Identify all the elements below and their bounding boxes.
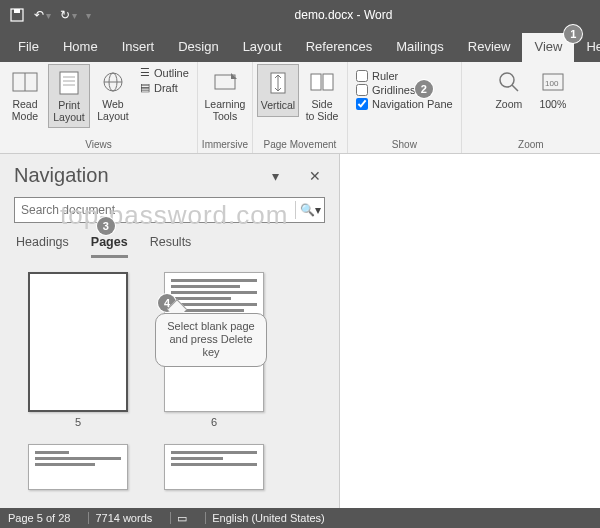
- svg-line-17: [512, 85, 518, 91]
- status-page[interactable]: Page 5 of 28: [8, 512, 70, 524]
- tab-design[interactable]: Design: [166, 33, 230, 62]
- show-group-label: Show: [392, 137, 417, 153]
- status-language[interactable]: English (United States): [205, 512, 325, 524]
- page-number-6: 6: [211, 416, 217, 428]
- hundred-percent-icon: 100: [539, 68, 567, 96]
- status-bar: Page 5 of 28 7714 words ▭ English (Unite…: [0, 508, 600, 528]
- status-words[interactable]: 7714 words: [88, 512, 152, 524]
- svg-rect-4: [60, 72, 78, 94]
- draft-button[interactable]: ▤Draft: [140, 81, 189, 94]
- nav-tab-results[interactable]: Results: [150, 235, 192, 258]
- hundred-percent-label: 100%: [539, 99, 566, 111]
- draft-icon: ▤: [140, 81, 150, 94]
- read-mode-icon: [11, 68, 39, 96]
- web-layout-icon: [99, 68, 127, 96]
- svg-marker-12: [231, 73, 237, 79]
- workspace: top-password.com Navigation ▾ ✕ 🔍▾ Headi…: [0, 154, 600, 508]
- hundred-percent-button[interactable]: 100 100%: [532, 64, 574, 115]
- callout-3: 3: [97, 217, 115, 235]
- quick-access-toolbar: ↶▾ ↻▾ ▾: [6, 4, 93, 26]
- title-bar: ↶▾ ↻▾ ▾ demo.docx - Word: [0, 0, 600, 30]
- navigation-pane: top-password.com Navigation ▾ ✕ 🔍▾ Headi…: [0, 154, 340, 508]
- search-box[interactable]: 🔍▾: [14, 197, 325, 223]
- thumbnail-page-5[interactable]: 5: [28, 272, 128, 428]
- nav-close-icon[interactable]: ✕: [305, 168, 325, 184]
- tab-references[interactable]: References: [294, 33, 384, 62]
- outline-icon: ☰: [140, 66, 150, 79]
- ribbon-group-show: Ruler Gridlines Navigation Pane 2 Show: [348, 62, 462, 153]
- page-movement-group-label: Page Movement: [264, 137, 337, 153]
- zoom-button[interactable]: Zoom: [488, 64, 530, 115]
- side-to-side-label: Side to Side: [306, 99, 339, 122]
- callout-2: 2: [415, 80, 433, 98]
- redo-icon[interactable]: ↻▾: [58, 4, 80, 26]
- print-layout-label: Print Layout: [53, 100, 85, 123]
- vertical-label: Vertical: [261, 100, 295, 112]
- tab-view[interactable]: View 1: [522, 33, 574, 62]
- thumbnail-page-8[interactable]: [164, 444, 264, 490]
- ribbon-group-page-movement: Vertical Side to Side Page Movement: [253, 62, 348, 153]
- learning-tools-button[interactable]: Learning Tools: [204, 64, 246, 126]
- side-to-side-icon: [308, 68, 336, 96]
- tooltip-bubble: Select blank page and press Delete key: [155, 313, 267, 367]
- navigation-title: Navigation: [14, 164, 265, 187]
- document-area[interactable]: [340, 154, 600, 508]
- learning-tools-label: Learning Tools: [204, 99, 245, 122]
- web-layout-label: Web Layout: [97, 99, 129, 122]
- vertical-button[interactable]: Vertical: [257, 64, 299, 117]
- ribbon-group-views: Read Mode Print Layout Web Layout ☰Outli…: [0, 62, 198, 153]
- tab-layout[interactable]: Layout: [231, 33, 294, 62]
- page-thumbnails: 5 6 4 Select blank page and press Delete…: [0, 258, 339, 508]
- tab-home[interactable]: Home: [51, 33, 110, 62]
- svg-text:100: 100: [545, 79, 559, 88]
- status-proofing-icon[interactable]: ▭: [170, 512, 187, 525]
- zoom-label: Zoom: [495, 99, 522, 111]
- views-group-label: Views: [85, 137, 112, 153]
- nav-tab-pages[interactable]: Pages 3: [91, 235, 128, 258]
- tab-insert[interactable]: Insert: [110, 33, 167, 62]
- nav-tab-headings[interactable]: Headings: [16, 235, 69, 258]
- page-number-5: 5: [75, 416, 81, 428]
- menu-bar: File Home Insert Design Layout Reference…: [0, 30, 600, 62]
- side-to-side-button[interactable]: Side to Side: [301, 64, 343, 126]
- svg-rect-14: [311, 74, 321, 90]
- nav-menu-icon[interactable]: ▾: [265, 168, 285, 184]
- tab-help[interactable]: Help: [574, 33, 600, 62]
- immersive-group-label: Immersive: [202, 137, 248, 153]
- ribbon-group-immersive: Learning Tools Immersive: [198, 62, 253, 153]
- undo-icon[interactable]: ↶▾: [32, 4, 54, 26]
- ruler-checkbox[interactable]: Ruler: [356, 70, 453, 82]
- gridlines-checkbox[interactable]: Gridlines: [356, 84, 453, 96]
- ribbon: Read Mode Print Layout Web Layout ☰Outli…: [0, 62, 600, 154]
- zoom-group-label: Zoom: [518, 137, 544, 153]
- thumbnail-page-7[interactable]: [28, 444, 128, 490]
- svg-rect-1: [14, 9, 20, 13]
- tab-review[interactable]: Review: [456, 33, 523, 62]
- read-mode-button[interactable]: Read Mode: [4, 64, 46, 126]
- web-layout-button[interactable]: Web Layout: [92, 64, 134, 126]
- search-icon[interactable]: 🔍▾: [296, 203, 324, 217]
- print-layout-icon: [55, 69, 83, 97]
- svg-point-16: [500, 73, 514, 87]
- vertical-icon: [264, 69, 292, 97]
- read-mode-label: Read Mode: [12, 99, 38, 122]
- navigation-pane-checkbox[interactable]: Navigation Pane 2: [356, 98, 453, 110]
- tab-file[interactable]: File: [6, 33, 51, 62]
- print-layout-button[interactable]: Print Layout: [48, 64, 90, 128]
- save-icon[interactable]: [6, 4, 28, 26]
- ribbon-group-zoom: Zoom 100 100% Zoom: [462, 62, 600, 153]
- learning-tools-icon: [211, 68, 239, 96]
- zoom-icon: [495, 68, 523, 96]
- tab-mailings[interactable]: Mailings: [384, 33, 456, 62]
- svg-rect-15: [323, 74, 333, 90]
- outline-button[interactable]: ☰Outline: [140, 66, 189, 79]
- window-title: demo.docx - Word: [93, 8, 594, 22]
- search-input[interactable]: [15, 203, 295, 217]
